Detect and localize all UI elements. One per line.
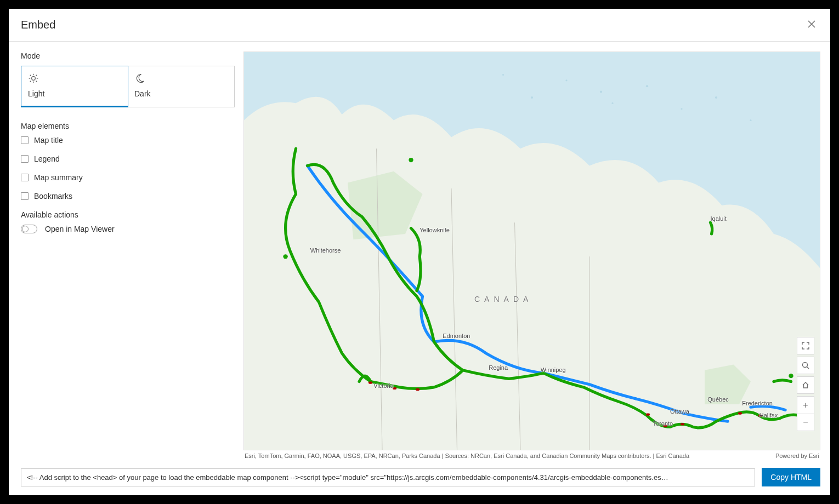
svg-line-7 xyxy=(30,81,31,82)
mode-radio-group: Light Dark xyxy=(21,66,235,107)
dialog-header: Embed xyxy=(9,9,830,42)
close-icon xyxy=(807,20,816,28)
checkbox-label: Bookmarks xyxy=(34,192,72,201)
moon-icon xyxy=(134,73,145,84)
svg-point-18 xyxy=(502,74,504,76)
svg-point-21 xyxy=(789,374,793,378)
checkbox-label: Map title xyxy=(34,136,63,145)
zoom-in-button[interactable]: + xyxy=(797,396,814,414)
svg-point-13 xyxy=(681,108,682,110)
map-toolbar: + − xyxy=(797,337,814,431)
checkbox-label: Map summary xyxy=(34,173,83,182)
fullscreen-button[interactable] xyxy=(797,337,814,354)
checkbox-icon xyxy=(21,192,29,200)
svg-point-17 xyxy=(531,96,533,99)
svg-point-15 xyxy=(750,119,751,121)
toggle-switch[interactable] xyxy=(21,225,37,233)
checkbox-map-summary[interactable]: Map summary xyxy=(21,173,235,182)
svg-point-20 xyxy=(409,158,413,162)
svg-line-5 xyxy=(30,75,31,76)
home-extent-button[interactable] xyxy=(797,376,814,394)
svg-point-19 xyxy=(283,254,287,259)
checkbox-map-title[interactable]: Map title xyxy=(21,136,235,145)
toggle-open-in-map-viewer[interactable]: Open in Map Viewer xyxy=(21,225,235,233)
checkbox-icon xyxy=(21,174,29,181)
home-icon xyxy=(802,381,809,389)
close-button[interactable] xyxy=(804,16,819,33)
svg-point-14 xyxy=(715,96,717,99)
copy-html-button[interactable]: Copy HTML xyxy=(762,468,820,486)
search-button[interactable] xyxy=(797,357,814,374)
dialog-title: Embed xyxy=(21,19,55,31)
svg-point-12 xyxy=(646,85,648,87)
basemap-icon xyxy=(244,52,820,450)
dialog-footer: <!-- Add script to the <head> of your pa… xyxy=(9,463,830,495)
svg-point-16 xyxy=(565,79,567,81)
plus-icon: + xyxy=(803,400,808,410)
embed-code-field[interactable]: <!-- Add script to the <head> of your pa… xyxy=(21,468,755,486)
svg-point-22 xyxy=(803,363,808,368)
checkbox-legend[interactable]: Legend xyxy=(21,154,235,163)
svg-line-6 xyxy=(36,81,37,82)
available-actions-section-title: Available actions xyxy=(21,210,235,219)
svg-point-10 xyxy=(600,91,602,93)
checkbox-icon xyxy=(21,155,29,163)
svg-line-8 xyxy=(36,75,37,76)
zoom-out-button[interactable]: − xyxy=(797,414,814,431)
svg-point-11 xyxy=(611,102,613,104)
options-sidebar: Mode Light xyxy=(21,51,235,459)
checkbox-label: Legend xyxy=(34,154,60,163)
svg-point-0 xyxy=(32,77,36,81)
attribution-left: Esri, TomTom, Garmin, FAO, NOAA, USGS, E… xyxy=(245,453,689,459)
toggle-label: Open in Map Viewer xyxy=(45,225,115,233)
zoom-group: + − xyxy=(797,396,814,431)
mode-option-dark[interactable]: Dark xyxy=(128,66,234,107)
mode-section-title: Mode xyxy=(21,51,235,60)
checkbox-icon xyxy=(21,136,29,144)
map-preview[interactable]: CANADA xyxy=(243,51,820,450)
minus-icon: − xyxy=(803,417,808,427)
mode-option-light[interactable]: Light xyxy=(21,66,128,107)
search-icon xyxy=(802,362,809,369)
mode-option-label: Dark xyxy=(134,89,228,98)
map-elements-section-title: Map elements xyxy=(21,122,235,130)
map-attribution: Esri, TomTom, Garmin, FAO, NOAA, USGS, E… xyxy=(243,450,820,459)
embed-dialog: Embed Mode xyxy=(9,9,830,495)
toggle-knob-icon xyxy=(22,226,29,232)
attribution-right: Powered by Esri xyxy=(775,453,819,459)
mode-option-label: Light xyxy=(28,89,121,98)
svg-line-23 xyxy=(807,367,809,369)
sun-icon xyxy=(28,73,39,84)
checkbox-bookmarks[interactable]: Bookmarks xyxy=(21,192,235,201)
fullscreen-icon xyxy=(802,342,809,350)
